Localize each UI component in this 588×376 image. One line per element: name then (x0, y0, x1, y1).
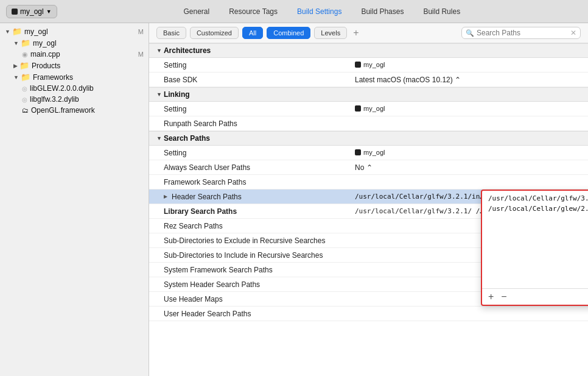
sidebar-item-main-cpp[interactable]: ◉ main.cpp M (0, 49, 149, 60)
list-item[interactable]: /usr/local/Cellar/glew/2.0.0/include (486, 204, 588, 214)
search-clear-btn[interactable]: ✕ (570, 29, 576, 37)
sidebar-label-libglfw: libglfw.3.2.dylib (30, 95, 79, 104)
table-row[interactable]: ▶ Header Search Paths /usr/local/Cellar/… (149, 190, 588, 204)
badge-m2: M (138, 51, 144, 58)
section-triangle-icon: ▼ (156, 91, 162, 98)
sidebar-label-libglew: libGLEW.2.0.0.dylib (30, 84, 94, 93)
target-name: my_ogl (363, 105, 385, 112)
section-linking[interactable]: ▼ Linking (149, 87, 588, 102)
search-input[interactable] (477, 29, 568, 37)
sidebar-label-opengl: OpenGL.framework (31, 106, 95, 115)
tab-resource-tags[interactable]: Resource Tags (219, 5, 287, 18)
dylib-icon: ◎ (22, 85, 27, 92)
content-area: Basic Customized All Combined Levels + 🔍… (149, 23, 588, 376)
tab-build-settings[interactable]: Build Settings (287, 5, 351, 18)
section-triangle-icon: ▼ (156, 135, 162, 141)
search-box: 🔍 ✕ (461, 27, 581, 39)
popup-add-btn[interactable]: + (486, 291, 496, 302)
section-search-paths[interactable]: ▼ Search Paths (149, 131, 588, 146)
target-square-icon (355, 149, 361, 155)
filter-bar: Basic Customized All Combined Levels + 🔍… (149, 23, 588, 43)
table-row: Setting my_ogl (149, 58, 588, 73)
row-value (350, 121, 588, 126)
row-value: my_ogl (350, 59, 588, 72)
table-row: Base SDK Latest macOS (macOS 10.12) ⌃ (149, 73, 588, 87)
framework-icon: 🗂 (22, 107, 29, 114)
list-item[interactable]: /usr/local/Cellar/glfw/3.2.1/include (486, 193, 588, 204)
sidebar-label-main-cpp: main.cpp (30, 50, 60, 59)
nav-tabs: General Resource Tags Build Settings Bui… (62, 5, 582, 18)
sidebar-item-products[interactable]: ▶ 📁 Products (0, 60, 149, 71)
sidebar-item-opengl[interactable]: 🗂 OpenGL.framework (0, 105, 149, 116)
main-layout: ▼ 📁 my_ogl M ▼ 📁 my_ogl ◉ main.cpp M ▶ 📁… (0, 23, 588, 376)
filter-basic-btn[interactable]: Basic (156, 27, 186, 39)
row-label: Sub-Directories to Include in Recursive … (149, 249, 350, 262)
expand-icon: ▼ (13, 40, 19, 46)
row-label: Setting (149, 146, 350, 160)
sidebar-item-frameworks[interactable]: ▼ 📁 Frameworks (0, 71, 149, 83)
section-search-paths-label: Search Paths (164, 134, 210, 143)
project-name: my_ogl (20, 7, 44, 16)
table-row: Setting my_ogl (149, 146, 588, 160)
tab-build-phases[interactable]: Build Phases (351, 5, 413, 18)
row-value: No ⌃ (350, 161, 588, 174)
folder-icon: 📁 (12, 27, 22, 36)
sidebar: ▼ 📁 my_ogl M ▼ 📁 my_ogl ◉ main.cpp M ▶ 📁… (0, 23, 149, 376)
row-label-text: Header Search Paths (172, 193, 242, 201)
section-triangle-icon: ▼ (156, 48, 162, 54)
row-label: System Framework Search Paths (149, 263, 350, 277)
target-square-icon (355, 105, 361, 112)
table-row: User Header Search Paths (149, 307, 588, 321)
dylib2-icon: ◎ (22, 96, 27, 103)
folder-icon: 📁 (21, 38, 30, 48)
table-row: Setting my_ogl (149, 102, 588, 116)
project-selector[interactable]: my_ogl ▼ (6, 5, 57, 18)
target-square-icon (355, 62, 361, 68)
filter-levels-btn[interactable]: Levels (314, 27, 347, 39)
row-value: my_ogl (350, 102, 588, 116)
row-label: Rez Search Paths (149, 219, 350, 233)
row-value (350, 311, 588, 316)
frameworks-folder-icon: 📁 (21, 73, 30, 82)
tab-build-rules[interactable]: Build Rules (413, 5, 470, 18)
target-badge: my_ogl (355, 105, 385, 112)
no-labels: no no (486, 214, 588, 224)
sidebar-label-frameworks: Frameworks (33, 73, 73, 82)
row-value: Latest macOS (macOS 10.12) ⌃ (350, 73, 588, 87)
row-label: User Header Search Paths (149, 307, 350, 321)
products-folder-icon: 📁 (19, 61, 29, 70)
target-square-icon (12, 9, 18, 15)
filter-customized-btn[interactable]: Customized (190, 27, 239, 39)
tab-general[interactable]: General (173, 5, 219, 18)
expand-icon: ▼ (5, 29, 10, 35)
sidebar-item-libglew[interactable]: ◎ libGLEW.2.0.0.dylib (0, 83, 149, 94)
badge-m: M (138, 28, 144, 35)
row-value: my_ogl (350, 146, 588, 160)
row-label: Always Search User Paths (149, 161, 350, 174)
filter-combined-btn[interactable]: Combined (267, 27, 310, 39)
section-architectures-label: Architectures (164, 46, 211, 55)
popup-path-list: /usr/local/Cellar/glfw/3.2.1/include /us… (482, 191, 588, 288)
settings-area: ▼ Architectures Setting my_ogl Base SDK … (149, 43, 588, 376)
row-label: Framework Search Paths (149, 176, 350, 189)
table-row: Framework Search Paths (149, 175, 588, 190)
sidebar-item-libglfw[interactable]: ◎ libglfw.3.2.dylib (0, 94, 149, 105)
target-name: my_ogl (363, 61, 385, 68)
table-row: Runpath Search Paths (149, 116, 588, 131)
sidebar-label-products: Products (32, 62, 60, 70)
add-setting-btn[interactable]: + (353, 27, 359, 38)
sidebar-item-root[interactable]: ▼ 📁 my_ogl M (0, 26, 149, 37)
target-badge: my_ogl (355, 149, 385, 156)
row-label: Setting (149, 102, 350, 116)
popup-remove-btn[interactable]: − (499, 291, 509, 302)
target-name: my_ogl (363, 149, 385, 156)
expand-icon: ▼ (13, 74, 19, 80)
sidebar-label-my-ogl: my_ogl (33, 39, 57, 48)
row-label: Sub-Directories to Exclude in Recursive … (149, 234, 350, 247)
row-label: ▶ Header Search Paths (149, 190, 350, 204)
row-value (350, 180, 588, 185)
section-architectures[interactable]: ▼ Architectures (149, 43, 588, 58)
section-linking-label: Linking (164, 90, 190, 99)
sidebar-item-my-ogl-group[interactable]: ▼ 📁 my_ogl (0, 37, 149, 49)
filter-all-btn[interactable]: All (242, 27, 263, 39)
